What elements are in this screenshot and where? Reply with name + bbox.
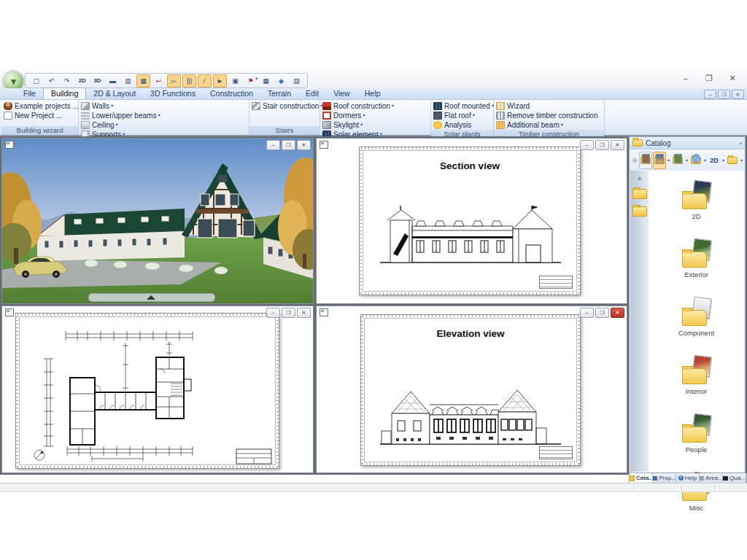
doc-close-button[interactable]: ✕ xyxy=(732,90,744,99)
catalog-groups-button[interactable] xyxy=(726,152,739,169)
dropdown-arrow-icon[interactable]: ▾ xyxy=(704,158,706,163)
rotate-icon[interactable]: ↩ xyxy=(152,74,166,88)
ribbon-item-stair-construction[interactable]: Stair construction ▾ xyxy=(252,101,323,110)
view-2d-icon[interactable]: 2D xyxy=(75,74,89,88)
view-3d-icon[interactable]: 3D xyxy=(90,74,104,88)
viewport-splitter-handle[interactable] xyxy=(88,293,215,302)
tab-help[interactable]: ? Help xyxy=(676,473,700,483)
viewport-restore-button[interactable]: ❐ xyxy=(595,308,609,318)
window-minimize-button[interactable]: – xyxy=(677,72,694,84)
viewport-menu-icon[interactable] xyxy=(5,141,14,149)
viewport-minimize-button[interactable]: – xyxy=(580,308,594,318)
ribbon-item-skylight[interactable]: Skylight ▾ xyxy=(322,120,394,129)
viewport-close-button[interactable]: ✕ xyxy=(297,308,311,318)
dropdown-arrow-icon[interactable]: ▾ xyxy=(686,158,688,163)
table-icon[interactable]: ▦ xyxy=(259,74,273,88)
catalog-item-people[interactable]: People xyxy=(681,414,713,454)
catalog-item-interior[interactable]: Interior xyxy=(681,356,713,395)
tab-file[interactable]: File xyxy=(16,88,43,99)
ribbon-item-additional-beam[interactable]: Additional beam ▾ xyxy=(496,120,598,129)
viewport-menu-icon[interactable] xyxy=(5,308,14,316)
ribbon-item-roof-mounted[interactable]: Roof mounted ▾ xyxy=(433,101,494,110)
folder-shortcut-icon[interactable] xyxy=(632,189,647,199)
tab-terrain[interactable]: Terrain xyxy=(260,88,298,99)
viewport-elevation[interactable]: Elevation view xyxy=(316,306,627,473)
elevation-sheet[interactable]: Elevation view xyxy=(360,314,581,466)
tab-building[interactable]: Building xyxy=(43,88,86,99)
ribbon-item-wizard[interactable]: Wizard xyxy=(496,101,598,110)
ribbon-item-dormers[interactable]: Dormers ▾ xyxy=(322,111,394,120)
viewport-restore-button[interactable]: ❐ xyxy=(282,308,295,318)
viewport-close-button[interactable]: ✕ xyxy=(611,308,624,318)
tab-help[interactable]: Help xyxy=(357,88,388,99)
ribbon-item-lower-upper-beams[interactable]: Lower/upper beams ▾ xyxy=(81,111,160,120)
3d-render-canvas[interactable] xyxy=(2,139,313,303)
grid-icon[interactable]: ▦ xyxy=(136,74,150,88)
viewport-floor-plan[interactable]: – ❐ ✕ xyxy=(1,306,314,473)
ribbon-item-analysis[interactable]: Analysis xyxy=(433,120,494,129)
dropdown-arrow-icon[interactable]: ▾ xyxy=(667,158,670,163)
undo-icon[interactable]: ↶ xyxy=(44,74,58,88)
viewport-restore-button[interactable]: ❐ xyxy=(282,140,295,150)
ribbon-item-walls[interactable]: Walls ▾ xyxy=(81,101,160,110)
tab-view[interactable]: View xyxy=(326,88,357,99)
doc-minimize-button[interactable]: – xyxy=(704,90,716,99)
catalog-2d-symbols-button[interactable]: 2D xyxy=(708,152,721,169)
tab-construction[interactable]: Construction xyxy=(203,88,260,99)
ribbon-item-new-project[interactable]: New Project ... xyxy=(4,111,79,120)
viewport-section[interactable]: Section view xyxy=(316,138,627,304)
catalog-item-2d[interactable]: 2D xyxy=(681,181,713,220)
split-vertical-icon[interactable]: ▥ xyxy=(121,74,135,88)
viewport-minimize-button[interactable]: – xyxy=(266,308,280,318)
viewport-menu-icon[interactable] xyxy=(320,308,328,316)
viewport-menu-icon[interactable] xyxy=(320,141,328,149)
cursor-icon[interactable]: ► xyxy=(213,74,227,88)
catalog-item-component[interactable]: Component xyxy=(678,298,714,337)
tab-properties[interactable]: Prop... xyxy=(653,473,676,483)
tab-edit[interactable]: Edit xyxy=(298,88,326,99)
catalog-textures-button[interactable] xyxy=(671,152,684,169)
tab-catalog[interactable]: Cata... xyxy=(630,473,653,483)
catalog-materials-button[interactable] xyxy=(689,152,703,169)
folder-shortcut-icon[interactable] xyxy=(632,206,647,217)
windows-icon[interactable]: ▣ xyxy=(228,74,242,88)
viewport-minimize-button[interactable]: – xyxy=(266,140,280,150)
section-sheet[interactable]: Section view xyxy=(359,147,581,295)
catalog-objects-button[interactable] xyxy=(653,152,666,169)
paste-icon[interactable]: ▤ xyxy=(290,74,303,88)
dropdown-arrow-icon[interactable]: ▾ xyxy=(740,158,743,163)
viewport-3d[interactable]: – ❐ ✕ xyxy=(1,138,314,304)
tab-area[interactable]: Area... xyxy=(700,473,723,483)
window-restore-button[interactable]: ❐ xyxy=(700,72,718,84)
columns-icon[interactable]: ||| xyxy=(182,74,196,88)
pin-icon[interactable]: ▪ xyxy=(740,140,742,147)
ribbon-item-roof-construction[interactable]: Roof construction ▾ xyxy=(322,101,394,110)
qat-customize-icon[interactable]: ▾ xyxy=(255,76,258,82)
catalog-item-exterior[interactable]: Exterior xyxy=(681,239,713,279)
dropdown-arrow-icon[interactable]: ▾ xyxy=(722,158,724,163)
catalog-header[interactable]: Catalog ▪ xyxy=(630,137,745,149)
catalog-doors-button[interactable] xyxy=(639,152,652,169)
viewport-close-button[interactable]: ✕ xyxy=(611,140,624,150)
tab-quantities[interactable]: Qua... xyxy=(723,473,746,483)
ribbon-item-example-projects[interactable]: Example projects ... xyxy=(4,101,79,110)
tab-2d-layout[interactable]: 2D & Layout xyxy=(86,88,143,99)
viewport-minimize-button[interactable]: – xyxy=(580,140,594,150)
window-close-button[interactable]: ✕ xyxy=(724,72,741,84)
new-document-icon[interactable]: ▢ xyxy=(29,74,43,88)
ribbon-item-flat-roof[interactable]: Flat roof ▾ xyxy=(433,111,494,120)
plan-sheet[interactable] xyxy=(15,313,279,469)
eraser-icon[interactable]: ◆ xyxy=(274,74,288,88)
scroll-up-icon[interactable]: ▲ xyxy=(636,174,643,182)
measure-icon[interactable]: ∕ xyxy=(198,74,212,88)
split-horizontal-icon[interactable]: ▬ xyxy=(106,74,120,88)
select-element-icon[interactable]: ▻ xyxy=(167,74,181,88)
catalog-back-icon[interactable]: ◈ xyxy=(631,155,638,165)
redo-icon[interactable]: ↷ xyxy=(60,74,74,88)
doc-restore-button[interactable]: ❐ xyxy=(718,90,730,99)
viewport-close-button[interactable]: ✕ xyxy=(297,140,311,150)
ribbon-item-ceiling[interactable]: Ceiling ▾ xyxy=(81,120,160,129)
ribbon-item-remove-timber[interactable]: Remove timber construction xyxy=(496,111,598,120)
tab-3d-functions[interactable]: 3D Functions xyxy=(143,88,203,99)
viewport-restore-button[interactable]: ❐ xyxy=(595,140,609,150)
